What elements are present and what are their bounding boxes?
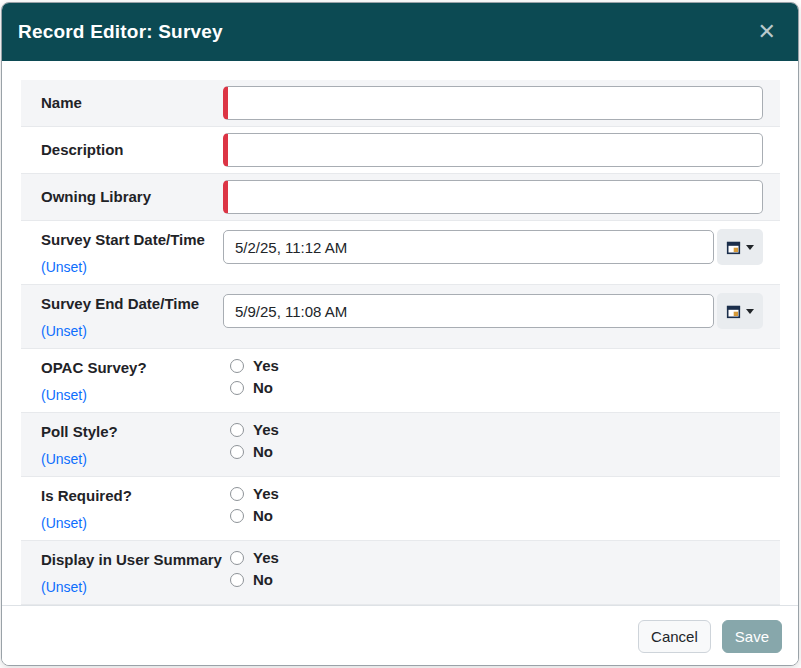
- survey-end-label: Survey End Date/Time: [41, 295, 223, 313]
- close-icon[interactable]: ✕: [752, 19, 782, 45]
- row-name: Name: [21, 80, 780, 127]
- dialog-footer: Cancel Save: [2, 605, 798, 666]
- survey-start-label: Survey Start Date/Time: [41, 231, 223, 249]
- datepicker-toggle-button[interactable]: [717, 229, 763, 265]
- survey-start-input[interactable]: [223, 230, 714, 264]
- description-input[interactable]: [223, 133, 763, 167]
- calendar-icon: [726, 304, 741, 319]
- poll-style-label: Poll Style?: [41, 423, 223, 441]
- record-editor-dialog: Record Editor: Survey ✕ Name Description: [1, 2, 799, 666]
- row-survey-end: Survey End Date/Time (Unset): [21, 285, 780, 349]
- survey-end-input[interactable]: [223, 294, 714, 328]
- unset-link[interactable]: (Unset): [41, 387, 87, 403]
- name-input[interactable]: [223, 86, 763, 120]
- radio-icon[interactable]: [230, 551, 244, 565]
- is-required-label: Is Required?: [41, 487, 223, 505]
- caret-down-icon: [746, 245, 754, 250]
- row-opac-survey: OPAC Survey? (Unset) Yes No: [21, 349, 780, 413]
- unset-link[interactable]: (Unset): [41, 515, 87, 531]
- display-in-user-summary-radio-no[interactable]: No: [230, 571, 763, 589]
- unset-link[interactable]: (Unset): [41, 259, 87, 275]
- dialog-title: Record Editor: Survey: [18, 21, 223, 43]
- cancel-button[interactable]: Cancel: [638, 620, 711, 653]
- owning-library-input[interactable]: [223, 180, 763, 214]
- radio-icon[interactable]: [230, 359, 244, 373]
- dialog-header: Record Editor: Survey ✕: [2, 3, 798, 61]
- radio-icon[interactable]: [230, 381, 244, 395]
- row-description: Description: [21, 127, 780, 174]
- owning-library-label: Owning Library: [41, 188, 151, 205]
- radio-icon[interactable]: [230, 509, 244, 523]
- radio-icon[interactable]: [230, 487, 244, 501]
- radio-icon[interactable]: [230, 423, 244, 437]
- row-poll-style: Poll Style? (Unset) Yes No: [21, 413, 780, 477]
- description-label: Description: [41, 141, 124, 158]
- caret-down-icon: [746, 309, 754, 314]
- display-in-user-summary-radio-yes[interactable]: Yes: [230, 549, 763, 567]
- unset-link[interactable]: (Unset): [41, 579, 87, 595]
- row-is-required: Is Required? (Unset) Yes No: [21, 477, 780, 541]
- opac-survey-radio-yes[interactable]: Yes: [230, 357, 763, 375]
- name-label: Name: [41, 94, 82, 111]
- poll-style-radio-no[interactable]: No: [230, 443, 763, 461]
- unset-link[interactable]: (Unset): [41, 451, 87, 467]
- save-button[interactable]: Save: [722, 620, 782, 653]
- is-required-radio-yes[interactable]: Yes: [230, 485, 763, 503]
- datepicker-toggle-button[interactable]: [717, 293, 763, 329]
- display-in-user-summary-label: Display in User Summary: [41, 551, 223, 569]
- is-required-radio-no[interactable]: No: [230, 507, 763, 525]
- opac-survey-radio-no[interactable]: No: [230, 379, 763, 397]
- opac-survey-label: OPAC Survey?: [41, 359, 223, 377]
- radio-icon[interactable]: [230, 445, 244, 459]
- unset-link[interactable]: (Unset): [41, 323, 87, 339]
- row-display-in-user-summary: Display in User Summary (Unset) Yes No: [21, 541, 780, 605]
- calendar-icon: [726, 240, 741, 255]
- row-survey-start: Survey Start Date/Time (Unset): [21, 221, 780, 285]
- dialog-body: Name Description Owning Library: [2, 61, 798, 605]
- poll-style-radio-yes[interactable]: Yes: [230, 421, 763, 439]
- row-owning-library: Owning Library: [21, 174, 780, 221]
- radio-icon[interactable]: [230, 573, 244, 587]
